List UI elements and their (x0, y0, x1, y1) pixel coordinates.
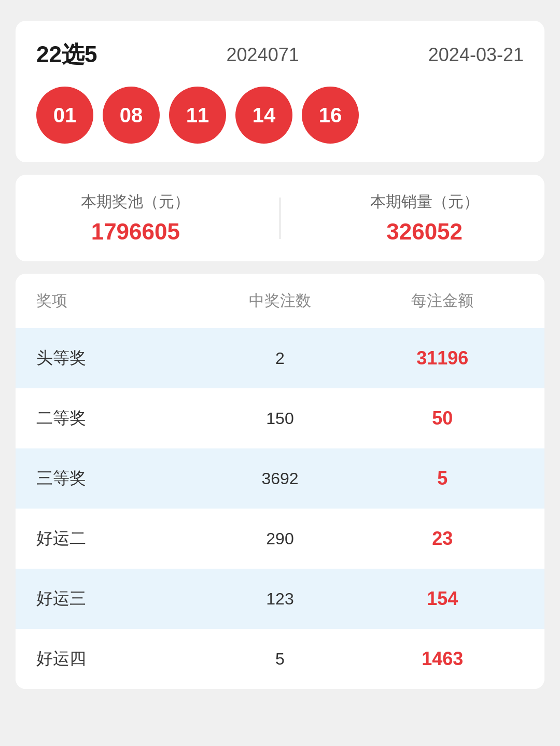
table-header-cell: 每注金额 (361, 290, 524, 312)
lottery-ball: 14 (235, 87, 292, 144)
draw-date: 2024-03-21 (428, 44, 524, 66)
pool-stat: 本期奖池（元） 1796605 (81, 191, 190, 245)
sales-value: 326052 (386, 219, 463, 245)
issue-number: 2024071 (227, 44, 299, 66)
sales-stat: 本期销量（元） 326052 (370, 191, 479, 245)
header-row: 22选5 2024071 2024-03-21 (36, 39, 524, 70)
divider (279, 198, 281, 239)
lottery-ball: 11 (169, 87, 226, 144)
table-header: 奖项中奖注数每注金额 (16, 274, 544, 328)
lottery-ball: 01 (36, 87, 93, 144)
prize-name: 好运二 (36, 527, 199, 550)
prize-name: 好运四 (36, 648, 199, 670)
prize-amount: 1463 (361, 648, 524, 670)
prize-count: 290 (199, 529, 361, 548)
prize-name: 三等奖 (36, 467, 199, 490)
table-header-cell: 奖项 (36, 290, 199, 312)
sales-label: 本期销量（元） (370, 191, 479, 213)
table-row: 头等奖231196 (16, 328, 544, 388)
prize-count: 123 (199, 589, 361, 609)
table-row: 好运二29023 (16, 509, 544, 569)
top-card: 22选5 2024071 2024-03-21 0108111416 (16, 21, 544, 162)
prize-count: 150 (199, 409, 361, 428)
pool-label: 本期奖池（元） (81, 191, 190, 213)
table-header-cell: 中奖注数 (199, 290, 361, 312)
prize-count: 3692 (199, 469, 361, 488)
lottery-ball: 16 (302, 87, 359, 144)
prize-amount: 31196 (361, 347, 524, 369)
prize-name: 好运三 (36, 587, 199, 610)
prize-amount: 23 (361, 528, 524, 550)
prize-amount: 50 (361, 407, 524, 429)
prize-name: 二等奖 (36, 407, 199, 430)
pool-value: 1796605 (91, 219, 180, 245)
prize-count: 5 (199, 650, 361, 669)
table-row: 好运四51463 (16, 629, 544, 689)
table-row: 二等奖15050 (16, 388, 544, 448)
table-row: 好运三123154 (16, 569, 544, 629)
stats-card: 本期奖池（元） 1796605 本期销量（元） 326052 (16, 175, 544, 261)
prize-name: 头等奖 (36, 347, 199, 370)
game-title: 22选5 (36, 39, 97, 70)
prize-count: 2 (199, 349, 361, 368)
table-row: 三等奖36925 (16, 448, 544, 509)
lottery-ball: 08 (103, 87, 160, 144)
prize-table-card: 奖项中奖注数每注金额 头等奖231196二等奖15050三等奖36925好运二2… (16, 274, 544, 689)
prize-amount: 154 (361, 588, 524, 610)
prize-amount: 5 (361, 468, 524, 489)
balls-row: 0108111416 (36, 87, 524, 144)
